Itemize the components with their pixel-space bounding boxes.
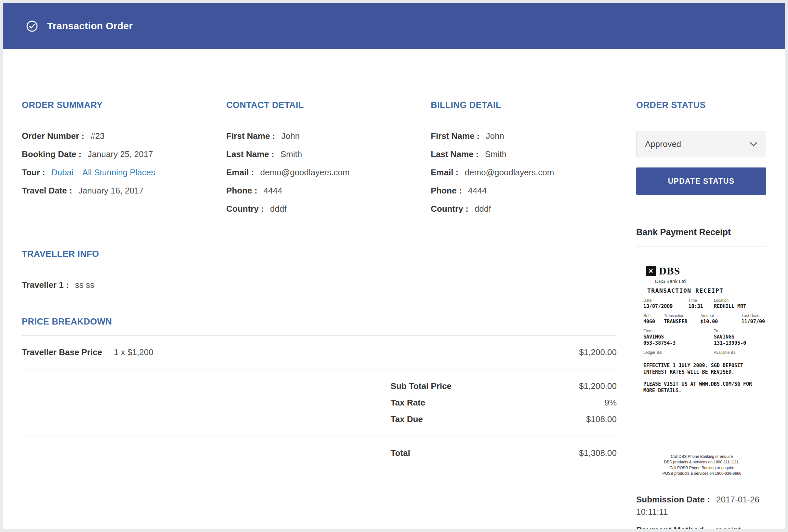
receipt-transaction-label: Transaction [664,314,701,318]
receipt-transaction-value: TRANSFER [664,319,700,324]
receipt-date-label: Date [643,298,688,303]
order-status-heading: ORDER STATUS [636,100,766,119]
receipt-ref-label: Ref. [643,314,664,318]
billing-phone-row: Phone : 4444 [431,181,617,200]
receipt-footer: Call DBS Phone Banking or enquire DBS pr… [643,454,765,477]
contact-country-label: Country : [226,204,264,214]
receipt-to-label: To [714,329,765,333]
receipt-datetime-labels: Date Time Location [643,298,765,303]
subtotal-row: Sub Total Price $1,200.00 [22,378,617,394]
receipt-to-account-number: 131-13995-0 [714,340,765,346]
billing-first-name-label: First Name : [431,131,479,141]
receipt-time-label: Time [688,298,714,303]
receipt-footer-line: Call POSB Phone Banking or enquire [643,465,761,471]
total-label: Total [391,448,410,458]
contact-phone-row: Phone : 4444 [226,181,412,200]
receipt-amount-value: $10.00 [700,319,742,324]
receipt-ledger-bal-label: Ledger Bal [643,350,714,355]
base-price-amount: $1,200.00 [579,347,617,357]
check-circle-icon [26,20,38,32]
contact-detail-heading: CONTACT DETAIL [226,100,412,119]
tax-rate-label: Tax Rate [391,398,425,408]
submission-date-row: Submission Date : 2017-01-26 10:11:11 [636,490,764,521]
receipt-account-number-values: 053-38754-3 131-13995-0 [643,340,765,346]
base-price-detail: 1 x $1,200 [114,347,153,357]
detail-columns: ORDER SUMMARY Order Number : #23 Booking… [22,100,617,218]
subtotal-label: Sub Total Price [391,381,452,391]
contact-last-name-value: Smith [280,149,302,159]
section-billing-detail: BILLING DETAIL First Name : John Last Na… [431,100,617,218]
billing-phone-value: 4444 [468,186,487,195]
order-number-row: Order Number : #23 [22,127,208,145]
receipt-bank-name: DBS Bank Ltd [655,278,765,284]
traveller-row: Traveller 1 : ss ss [22,276,617,294]
order-status-sidebar: ORDER STATUS Approved UPDATE STATUS Bank… [636,100,766,529]
bank-receipt-image: ✕ DBS DBS Bank Ltd TRANSACTION RECEIPT D… [636,263,766,477]
dbs-logo-icon: ✕ [646,266,656,276]
receipt-notice-rates: EFFECTIVE 1 JULY 2009. SGD DEPOSIT INTER… [643,362,765,375]
booking-date-value: January 25, 2017 [88,149,153,159]
base-price-row: Traveller Base Price 1 x $1,200 $1,200.0… [22,336,617,369]
update-status-button[interactable]: UPDATE STATUS [636,168,766,195]
receipt-balance-labels: Ledger Bal Available Bal [643,350,765,355]
payment-method-value: receipt [715,525,741,529]
contact-first-name-label: First Name : [226,131,275,141]
contact-first-name-row: First Name : John [226,127,412,145]
page-title: Transaction Order [47,20,133,32]
booking-date-row: Booking Date : January 25, 2017 [22,145,208,163]
billing-email-value: demo@goodlayers.com [465,168,554,177]
base-price-label: Traveller Base Price [22,347,102,357]
contact-phone-value: 4444 [264,186,282,195]
receipt-account-type-values: SAVINGS SAVINGS [643,334,765,340]
section-contact-detail: CONTACT DETAIL First Name : John Last Na… [226,100,412,218]
receipt-from-to-labels: From To [643,329,765,333]
receipt-location-value: REDHILL MRT [714,303,765,309]
tour-row: Tour : Dubai – All Stunning Places [22,163,208,181]
order-status-select[interactable]: Approved [636,131,766,157]
tax-due-label: Tax Due [391,414,423,425]
receipt-from-account-type: SAVINGS [643,334,714,340]
receipt-amount-label: Amount [701,314,742,318]
billing-email-label: Email : [431,168,458,177]
contact-country-value: dddf [270,204,287,214]
receipt-datetime-values: 13/07/2009 18:31 REDHILL MRT [643,303,765,309]
receipt-footer-line: Call DBS Phone Banking or enquire [643,454,761,459]
billing-first-name-value: John [486,131,504,141]
receipt-ref-labels: Ref. Transaction Amount Last Used [643,314,765,318]
contact-last-name-row: Last Name : Smith [226,145,412,163]
dbs-logo-text: DBS [659,265,680,277]
tour-label: Tour : [22,168,45,177]
billing-detail-heading: BILLING DETAIL [431,100,617,119]
total-value: $1,308.00 [579,448,617,458]
tax-rate-row: Tax Rate 9% [22,394,617,411]
traveller-label: Traveller 1 : [22,280,69,290]
order-number-value: #23 [91,131,104,141]
price-breakdown-heading: PRICE BREAKDOWN [22,317,617,336]
contact-email-value: demo@goodlayers.com [260,168,350,177]
travel-date-label: Travel Date : [22,186,72,195]
dbs-logo: ✕ DBS [646,265,765,277]
receipt-footer-line: DBS products & services on 1800-111-1111… [643,459,761,465]
receipt-from-label: From [643,329,714,333]
receipt-title: TRANSACTION RECEIPT [647,287,765,294]
contact-phone-label: Phone : [226,186,257,195]
receipt-from-account-number: 053-38754-3 [643,340,714,346]
billing-email-row: Email : demo@goodlayers.com [431,163,617,181]
traveller-value: ss ss [75,280,94,290]
subtotal-value: $1,200.00 [579,381,617,391]
total-row: Total $1,308.00 [22,436,617,470]
traveller-info-heading: TRAVELLER INFO [22,249,617,268]
section-traveller-info: TRAVELLER INFO Traveller 1 : ss ss [22,249,617,294]
tax-rate-value: 9% [604,398,617,408]
payment-meta: Submission Date : 2017-01-26 10:11:11 Pa… [636,490,766,529]
tour-link[interactable]: Dubai – All Stunning Places [51,168,155,177]
billing-first-name-row: First Name : John [431,127,617,145]
receipt-available-bal-label: Available Bal [714,350,765,355]
page-header: Transaction Order [3,3,785,49]
receipt-to-account-type: SAVINGS [714,334,765,340]
billing-last-name-label: Last Name : [431,149,478,159]
chevron-down-icon [750,142,757,147]
travel-date-value: January 16, 2017 [78,186,144,195]
receipt-location-label: Location [714,298,765,303]
billing-country-row: Country : dddf [431,200,617,218]
